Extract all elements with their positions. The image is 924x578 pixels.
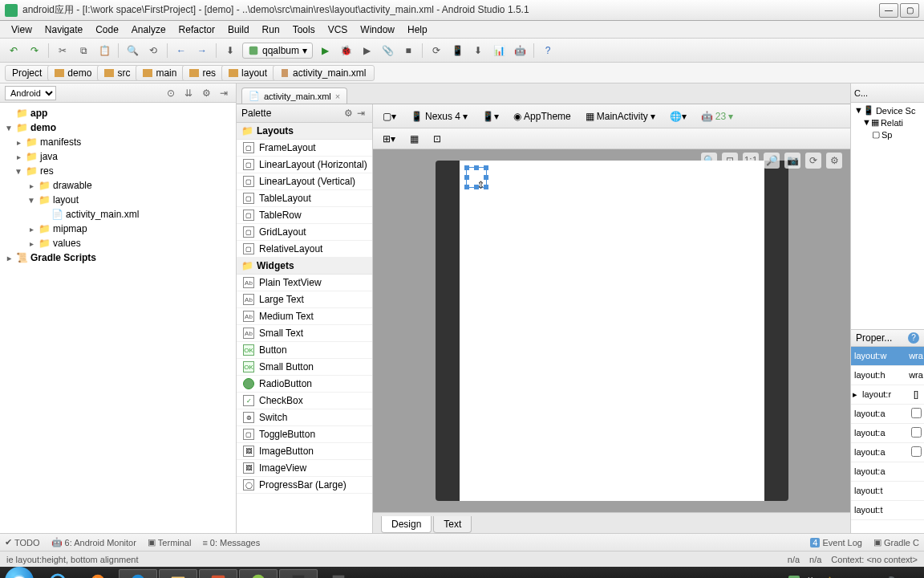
prop-layout-a3[interactable]: layout:a xyxy=(851,443,924,462)
tree-values[interactable]: ▸📁values xyxy=(2,236,234,250)
task-app1[interactable] xyxy=(119,569,157,578)
menu-view[interactable]: View xyxy=(5,22,38,37)
editor-tab-activity-main[interactable]: 📄 activity_main.xml × xyxy=(241,88,347,104)
tree-activity-main[interactable]: 📄activity_main.xml xyxy=(2,207,234,222)
minimize-button[interactable]: — xyxy=(879,3,898,18)
attach-button[interactable]: 📎 xyxy=(379,42,396,59)
menu-run[interactable]: Run xyxy=(256,22,286,37)
ctree-device[interactable]: ▼📱Device Sc xyxy=(853,104,922,116)
palette-relativelayout[interactable]: ▢RelativeLayout xyxy=(237,241,372,258)
project-tree[interactable]: 📁app ▼📁demo ▸📁manifests ▸📁java ▼📁res ▸📁d… xyxy=(0,103,236,533)
tw-todo[interactable]: ✔TODO xyxy=(5,537,40,547)
palette-medium-text[interactable]: AbMedium Text xyxy=(237,308,372,325)
tree-res[interactable]: ▼📁res xyxy=(2,164,234,178)
replace-button[interactable]: ⟲ xyxy=(144,42,162,59)
phone-screen[interactable]: ⇕ xyxy=(460,161,764,501)
menu-help[interactable]: Help xyxy=(401,22,434,37)
task-app2[interactable] xyxy=(279,569,318,578)
breadcrumb-res[interactable]: res xyxy=(182,65,225,81)
make-button[interactable]: ⬇ xyxy=(221,42,239,59)
refresh-icon[interactable]: ⟳ xyxy=(805,153,821,169)
breadcrumb-src[interactable]: src xyxy=(97,65,139,81)
prop-layout-t1[interactable]: layout:t xyxy=(851,482,924,501)
breadcrumb-file[interactable]: activity_main.xml xyxy=(273,65,375,81)
task-explorer[interactable] xyxy=(159,569,197,578)
breadcrumb-project[interactable]: Project xyxy=(5,65,51,81)
close-tab-icon[interactable]: × xyxy=(335,92,340,101)
prop-a2-checkbox[interactable] xyxy=(911,427,922,438)
tree-demo[interactable]: ▼📁demo xyxy=(2,120,234,135)
tw-event-log[interactable]: 4Event Log xyxy=(810,538,862,547)
redo-button[interactable]: ↷ xyxy=(26,42,43,59)
prop-layout-a4[interactable]: layout:a xyxy=(851,462,924,482)
breadcrumb-layout[interactable]: layout xyxy=(221,65,276,81)
tw-terminal[interactable]: ▣Terminal xyxy=(148,537,192,547)
android-button[interactable]: 🤖 xyxy=(511,42,529,59)
palette-large-text[interactable]: AbLarge Text xyxy=(237,291,372,308)
task-app3[interactable] xyxy=(319,569,358,578)
menu-refactor[interactable]: Refactor xyxy=(172,22,221,37)
debug-button[interactable]: 🐞 xyxy=(337,42,355,59)
palette-group-layouts[interactable]: 📁Layouts xyxy=(237,123,372,140)
properties-help-icon[interactable]: ? xyxy=(908,332,919,344)
collapse-all-icon[interactable]: ⇊ xyxy=(181,86,196,100)
device-dropdown[interactable]: 📱Nexus 4▾ xyxy=(406,109,472,124)
find-button[interactable]: 🔍 xyxy=(124,42,141,59)
prop-a1-checkbox[interactable] xyxy=(911,408,922,418)
toggle-viewport[interactable]: ⊞▾ xyxy=(378,132,400,146)
palette-imageview[interactable]: 🖼ImageView xyxy=(237,460,372,477)
palette-togglebutton[interactable]: ▢ToggleButton xyxy=(237,426,372,443)
palette-switch[interactable]: ⊜Switch xyxy=(237,409,372,426)
prop-layout-width[interactable]: layout:wwra xyxy=(851,347,924,366)
avd-button[interactable]: 📱 xyxy=(448,42,466,59)
toggle-constraints[interactable]: ⊡ xyxy=(428,132,446,146)
orientation-dropdown[interactable]: 📱▾ xyxy=(477,109,504,124)
prop-layout-a1[interactable]: layout:a xyxy=(851,405,924,424)
menu-window[interactable]: Window xyxy=(354,22,401,37)
prop-layout-t2[interactable]: layout:t xyxy=(851,501,924,520)
palette-collapse-icon[interactable]: ⇥ xyxy=(355,107,367,120)
run-button[interactable]: ▶ xyxy=(316,42,334,59)
undo-button[interactable]: ↶ xyxy=(5,42,22,59)
prop-layout-a2[interactable]: layout:a xyxy=(851,424,924,443)
task-android-studio[interactable] xyxy=(239,569,278,578)
stop-button[interactable]: ■ xyxy=(399,42,417,59)
hide-panel-icon[interactable]: ⇥ xyxy=(217,86,231,100)
tree-mipmap[interactable]: ▸📁mipmap xyxy=(2,222,234,236)
locale-dropdown[interactable]: 🌐▾ xyxy=(665,109,691,124)
breadcrumb-main[interactable]: main xyxy=(136,65,185,81)
palette-small-text[interactable]: AbSmall Text xyxy=(237,325,372,342)
selected-widget[interactable]: ⇕ xyxy=(466,167,487,188)
palette-tablelayout[interactable]: ▢TableLayout xyxy=(237,190,372,207)
sync-button[interactable]: ⟳ xyxy=(428,42,445,59)
properties-body[interactable]: layout:wwra layout:hwra ▸layout:r[] layo… xyxy=(851,347,924,534)
toggle-grid[interactable]: ▦ xyxy=(405,132,424,146)
palette-gridlayout[interactable]: ▢GridLayout xyxy=(237,224,372,241)
tree-gradle-scripts[interactable]: ▸📜Gradle Scripts xyxy=(2,250,234,265)
run-with-coverage-button[interactable]: ▶ xyxy=(358,42,375,59)
menu-build[interactable]: Build xyxy=(221,22,256,37)
ctree-relative[interactable]: ▼▦Relati xyxy=(853,116,922,128)
nav-back-button[interactable]: ← xyxy=(172,42,190,59)
menu-navigate[interactable]: Navigate xyxy=(38,22,89,37)
tab-text[interactable]: Text xyxy=(433,516,472,533)
palette-settings-icon[interactable]: ⚙ xyxy=(342,107,355,120)
maximize-button[interactable]: ▢ xyxy=(900,3,919,18)
task-powerpoint[interactable]: P xyxy=(199,569,237,578)
start-button[interactable] xyxy=(5,567,34,578)
api-dropdown[interactable]: 🤖23▾ xyxy=(696,109,738,124)
palette-checkbox[interactable]: ✓CheckBox xyxy=(237,393,372,409)
system-tray[interactable]: CH 英 🌙 ⌨ ▴ 🖧 🔊 20: xyxy=(769,576,919,579)
zoom-in-icon[interactable]: 🔎 xyxy=(764,153,780,169)
tray-ime-mode[interactable]: 英 xyxy=(806,576,815,579)
run-config-dropdown[interactable]: qqalbum ▾ xyxy=(242,43,313,59)
tw-android-monitor[interactable]: 🤖6: Android Monitor xyxy=(51,537,136,547)
settings-design-icon[interactable]: ⚙ xyxy=(826,153,842,169)
tree-java[interactable]: ▸📁java xyxy=(2,149,234,164)
tree-drawable[interactable]: ▸📁drawable xyxy=(2,178,234,193)
help-button[interactable]: ? xyxy=(539,42,557,59)
menu-analyze[interactable]: Analyze xyxy=(125,22,172,37)
prop-layout-r[interactable]: ▸layout:r[] xyxy=(851,385,924,405)
activity-dropdown[interactable]: ▦MainActivity▾ xyxy=(581,109,660,124)
tree-app[interactable]: 📁app xyxy=(2,106,234,120)
